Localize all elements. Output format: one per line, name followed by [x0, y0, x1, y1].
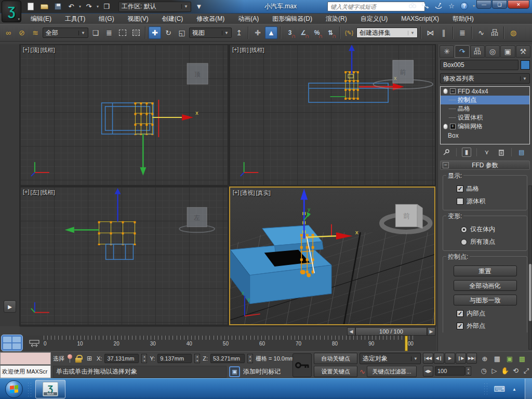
- set-key-button[interactable]: 设置关键点: [314, 366, 357, 377]
- menu-customize[interactable]: 自定义(U): [354, 14, 395, 24]
- current-frame-marker[interactable]: [405, 336, 408, 351]
- top-viewport-canvas[interactable]: x 顶: [20, 45, 228, 185]
- menu-rendering[interactable]: 渲染(R): [319, 14, 354, 24]
- tab-create-icon[interactable]: ✳: [440, 45, 454, 58]
- redo-icon[interactable]: ↷: [83, 2, 95, 11]
- y-coordinate-field[interactable]: 9.137mm: [157, 354, 192, 363]
- input-method-icon[interactable]: ⌨: [494, 384, 505, 394]
- viewport-menu-plus[interactable]: [+]: [23, 46, 30, 54]
- outside-points-checkbox[interactable]: ✓: [457, 323, 463, 329]
- set-keys-button[interactable]: [292, 353, 312, 377]
- source-volume-checkbox-row[interactable]: ✓ 源体积: [457, 197, 523, 206]
- viewport-layout-tab-button[interactable]: [1, 335, 23, 351]
- viewport-top[interactable]: [+] [顶] [线框]: [20, 44, 228, 185]
- time-slider-value[interactable]: 100 / 100: [355, 327, 427, 336]
- named-selection-sets-dropdown[interactable]: 创建选择集 ▼: [356, 28, 418, 38]
- pan-hand-icon[interactable]: ✋: [500, 365, 510, 376]
- viewport-menu-plus[interactable]: [+]: [233, 189, 240, 197]
- pin-stack-icon[interactable]: [442, 148, 451, 157]
- viewport-tab-expand-button[interactable]: ▶: [4, 300, 16, 313]
- close-button[interactable]: ✕: [508, 0, 529, 9]
- outside-points-checkbox-row[interactable]: ✓ 外部点: [457, 322, 523, 330]
- absolute-offset-toggle-icon[interactable]: ⊞: [85, 354, 94, 363]
- undo-flyout-icon[interactable]: ▾: [79, 4, 81, 9]
- zoom-extents-icon[interactable]: ▣: [504, 353, 515, 364]
- viewport-menu-plus[interactable]: [+]: [232, 46, 239, 54]
- select-and-link-icon[interactable]: ∞: [2, 26, 15, 39]
- object-color-swatch[interactable]: [521, 60, 530, 70]
- app-menu-button[interactable]: Ʒ ▾: [2, 1, 21, 22]
- ffd-rollout-header[interactable]: − FFD 参数: [440, 161, 530, 170]
- left-viewport-canvas[interactable]: 左: [20, 187, 228, 325]
- spinner-snap-icon[interactable]: ⇅∩: [324, 26, 337, 39]
- stack-item-control-points[interactable]: 控制点: [441, 96, 529, 104]
- edit-named-selection-sets-icon[interactable]: {✎}: [343, 26, 355, 39]
- remove-modifier-icon[interactable]: [497, 148, 506, 157]
- use-selection-center-icon[interactable]: ▲: [265, 26, 277, 39]
- rectangular-selection-region-icon[interactable]: [116, 26, 129, 39]
- move-gizmo-left[interactable]: [65, 188, 121, 233]
- inside-points-checkbox[interactable]: ✓: [457, 310, 463, 317]
- show-hidden-icons-button[interactable]: ▲: [512, 387, 516, 392]
- time-configuration-icon[interactable]: ◷: [479, 365, 488, 376]
- viewport-perspective[interactable]: [+] [透视] [真实]: [229, 187, 435, 325]
- viewport-menu-plus[interactable]: [+]: [23, 189, 30, 196]
- maximize-viewport-icon[interactable]: ⤢: [522, 365, 531, 376]
- menu-edit[interactable]: 编辑(E): [24, 14, 58, 24]
- menu-animation[interactable]: 动画(A): [231, 14, 265, 24]
- x-coordinate-field[interactable]: 37.131mm: [104, 354, 139, 363]
- search-icon[interactable]: [408, 2, 417, 10]
- selection-lock-pin-icon[interactable]: [67, 354, 72, 363]
- open-file-icon[interactable]: [38, 2, 50, 11]
- select-and-move-icon[interactable]: ✚: [149, 26, 161, 39]
- menu-views[interactable]: 视图(V): [121, 14, 155, 24]
- viewcube[interactable]: 前: [382, 204, 431, 232]
- expand-icon[interactable]: +: [450, 124, 456, 129]
- persp-viewport-canvas[interactable]: y x 前 z: [230, 188, 434, 324]
- menu-maxscript[interactable]: MAXScript(X): [394, 14, 446, 24]
- time-slider-track[interactable]: ◀ 100 / 100 ▶: [20, 326, 436, 336]
- menu-tools[interactable]: 工具(T): [58, 14, 92, 24]
- tab-display-icon[interactable]: ▣: [500, 45, 515, 58]
- mirror-icon[interactable]: ⋈: [424, 26, 436, 39]
- menu-create[interactable]: 创建(C): [155, 14, 190, 24]
- window-crossing-icon[interactable]: [130, 26, 142, 39]
- key-filter-dropdown[interactable]: 选定对象 ▼: [360, 353, 421, 364]
- menu-modifiers[interactable]: 修改器(M): [190, 14, 231, 24]
- save-file-icon[interactable]: [52, 2, 63, 11]
- help-flyout-icon[interactable]: ▾: [473, 4, 475, 8]
- add-time-tag[interactable]: 添加时间标记: [243, 366, 281, 378]
- collapse-icon[interactable]: −: [450, 88, 456, 94]
- angle-snap-icon[interactable]: ∠∩: [297, 26, 310, 39]
- source-volume-checkbox[interactable]: ✓: [457, 198, 463, 205]
- undo-icon[interactable]: ↶: [65, 2, 77, 11]
- viewport-menu-shading[interactable]: [线框]: [41, 46, 55, 54]
- viewport-front[interactable]: [+] [前] [线框]: [229, 44, 435, 185]
- align-icon[interactable]: ∥: [437, 26, 450, 39]
- z-spinner[interactable]: ▲▼: [247, 354, 253, 363]
- curve-editor-icon[interactable]: ∿: [475, 26, 487, 39]
- x-spinner[interactable]: ▲▼: [141, 354, 147, 363]
- viewport-menu-shading[interactable]: [线框]: [41, 189, 55, 196]
- field-of-view-icon[interactable]: ▷: [489, 365, 499, 376]
- menu-group[interactable]: 组(G): [92, 14, 121, 24]
- viewport-menu-view[interactable]: [透视]: [241, 189, 255, 197]
- panel-scrollbar[interactable]: [528, 185, 532, 350]
- all-vertices-radio-row[interactable]: 所有顶点: [461, 237, 523, 246]
- next-frame-button[interactable]: ❙▶: [456, 353, 466, 364]
- only-in-volume-radio[interactable]: [461, 227, 467, 233]
- show-desktop-button[interactable]: [525, 379, 532, 399]
- previous-frame-arrow[interactable]: ◀: [347, 327, 355, 336]
- time-slider-handle[interactable]: ◀ 100 / 100 ▶: [347, 327, 435, 336]
- stack-item-box[interactable]: Box: [441, 131, 529, 140]
- z-coordinate-field[interactable]: 53.271mm: [210, 354, 245, 363]
- make-unique-icon[interactable]: ⋎: [482, 148, 491, 157]
- maxscript-listener-field[interactable]: 欢迎使用 MAXScr: [0, 365, 51, 378]
- only-in-volume-radio-row[interactable]: 仅在体内: [461, 225, 523, 234]
- taskbar-3dsmax-button[interactable]: Ʒ MAX: [35, 380, 65, 398]
- modifier-list-dropdown[interactable]: 修改器列表 ▼: [440, 73, 530, 84]
- zoom-icon[interactable]: ⊕: [479, 353, 490, 364]
- stack-item-set-volume[interactable]: 设置体积: [441, 113, 529, 122]
- viewport-menu-view[interactable]: [左]: [31, 189, 39, 196]
- select-and-manipulate-icon[interactable]: ✚: [251, 26, 264, 39]
